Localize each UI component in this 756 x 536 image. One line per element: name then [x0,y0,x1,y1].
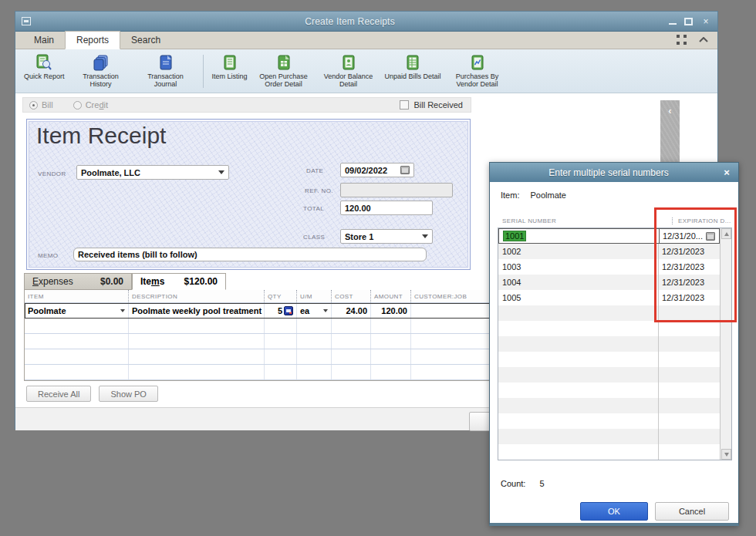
total-field[interactable]: 120.00 [340,201,433,215]
serial-cell[interactable]: 1002 [498,244,659,259]
ok-button[interactable]: OK [580,502,648,521]
col-header-um[interactable]: U/M [296,290,331,302]
table-row-empty[interactable] [25,319,511,334]
col-header-amount[interactable]: AMOUNT [370,290,410,302]
total-value: 120.00 [345,204,371,213]
bill-received-checkbox[interactable] [400,100,409,110]
dialog-close-icon[interactable]: × [721,167,732,178]
date-label: DATE [306,167,323,174]
tab-main[interactable]: Main [23,32,65,49]
serial-number-column-header[interactable]: SERIAL NUMBER [502,217,556,224]
tab-items[interactable]: Items $120.00 [132,273,226,290]
description-cell[interactable]: Poolmate weekly pool treatment [128,303,264,318]
bill-received-checkbox-row[interactable]: Bill Received [400,100,471,110]
serial-cell[interactable]: 1004 [498,275,659,290]
serial-row-empty[interactable] [498,352,720,367]
tab-expenses[interactable]: Expenses $0.00 [24,273,132,290]
col-header-cost[interactable]: COST [331,290,370,302]
window-menu-icon[interactable] [22,17,31,25]
table-row-empty[interactable] [25,349,511,365]
qty-cell[interactable]: 5 [264,303,296,318]
table-row-empty[interactable] [25,334,511,349]
serial-row-empty[interactable] [498,444,720,460]
serial-value-selected[interactable]: 1001 [503,231,526,241]
minimize-icon[interactable] [669,19,677,25]
collapse-ribbon-icon[interactable] [699,37,708,43]
chevron-down-icon[interactable] [120,309,125,312]
cost-cell[interactable]: 24.00 [331,303,370,318]
serial-cell[interactable]: 1003 [498,259,659,275]
calendar-icon[interactable] [706,232,715,241]
bill-options-bar: Bill Credit Bill Received [22,97,471,113]
serial-numbers-list: 1001 12/31/20... 1002 12/31/2023 1003 12… [498,228,732,460]
serial-row[interactable]: 1002 12/31/2023 [498,244,720,259]
toolbar-button-label: Quick Report [24,72,65,80]
serial-row-empty[interactable] [498,321,720,336]
scroll-up-icon[interactable] [721,228,731,239]
cancel-button[interactable]: Cancel [655,502,729,521]
serial-row-empty[interactable] [498,305,720,321]
dialog-titlebar[interactable]: Enter multiple serial numbers × [490,163,738,182]
transaction-journal-button[interactable]: Transaction Journal [133,53,198,89]
close-icon[interactable]: × [700,17,711,26]
memo-field[interactable]: Received items (bill to follow) [73,248,427,261]
serial-row[interactable]: 1005 12/31/2023 [498,290,720,305]
maximize-icon[interactable] [684,18,693,25]
vendor-balance-detail-button[interactable]: Vendor Balance Detail [316,53,381,89]
bill-radio[interactable]: Bill [29,100,53,110]
tab-search[interactable]: Search [120,32,171,49]
serial-cell[interactable]: 1001 [499,229,660,243]
amount-cell[interactable]: 120.00 [370,303,410,318]
serial-row-empty[interactable] [498,413,720,429]
item-cell[interactable]: Poolmate [25,303,128,318]
expiration-date-column-header[interactable]: EXPIRATION D... [672,217,731,224]
date-field[interactable]: 09/02/2022 [340,163,414,177]
scroll-down-icon[interactable] [721,449,731,460]
expiration-cell[interactable]: 12/31/2023 [659,244,720,259]
receive-all-button[interactable]: Receive All [26,386,91,402]
transaction-journal-icon [157,54,174,71]
purchases-by-vendor-detail-button[interactable]: Purchases By Vendor Detail [445,53,510,89]
serial-row-empty[interactable] [498,398,720,413]
show-po-button[interactable]: Show PO [99,386,157,402]
quick-report-button[interactable]: Quick Report [20,53,69,81]
vendor-dropdown[interactable]: Poolmate, LLC [76,165,229,180]
serial-number-entry-icon[interactable] [284,306,293,315]
serial-row-empty[interactable] [498,367,720,383]
table-row[interactable]: Poolmate Poolmate weekly pool treatment … [25,303,511,319]
transaction-history-button[interactable]: Transaction History [69,53,133,89]
expiration-cell[interactable]: 12/31/2023 [659,259,720,275]
window-titlebar[interactable]: Create Item Receipts × [15,12,717,32]
col-header-qty[interactable]: QTY [264,290,296,302]
um-cell[interactable]: ea [296,303,331,318]
serial-cell[interactable]: 1005 [498,290,659,305]
table-row-empty[interactable] [25,365,511,380]
expiration-cell[interactable]: 12/31/2023 [659,290,720,305]
bill-received-label: Bill Received [413,100,463,110]
date-value: 09/02/2022 [345,166,387,175]
chevron-down-icon[interactable] [323,309,328,312]
ref-no-field[interactable] [340,183,453,197]
expand-window-icon[interactable] [677,35,687,45]
open-purchase-order-detail-button[interactable]: Open Purchase Order Detail [251,53,316,89]
tab-reports[interactable]: Reports [65,31,120,49]
scrollbar[interactable] [720,228,731,460]
serial-row[interactable]: 1003 12/31/2023 [498,259,720,275]
calendar-icon[interactable] [400,166,410,174]
item-listing-button[interactable]: Item Listing [208,53,251,81]
um-value: ea [300,306,309,315]
serial-row[interactable]: 1004 12/31/2023 [498,275,720,290]
col-header-description[interactable]: DESCRIPTION [128,290,264,302]
serial-row[interactable]: 1001 12/31/20... [498,228,720,244]
vendor-label: VENDOR [38,170,66,177]
chevron-left-icon[interactable]: ‹ [663,103,677,119]
serial-row-empty[interactable] [498,336,720,352]
credit-radio[interactable]: Credit [73,100,108,110]
serial-row-empty[interactable] [498,383,720,398]
serial-row-empty[interactable] [498,429,720,444]
expiration-cell[interactable]: 12/31/20... [660,229,719,243]
col-header-item[interactable]: ITEM [25,290,128,302]
unpaid-bills-detail-button[interactable]: Unpaid Bills Detail [381,53,445,81]
class-dropdown[interactable]: Store 1 [340,229,433,244]
expiration-cell[interactable]: 12/31/2023 [659,275,720,290]
